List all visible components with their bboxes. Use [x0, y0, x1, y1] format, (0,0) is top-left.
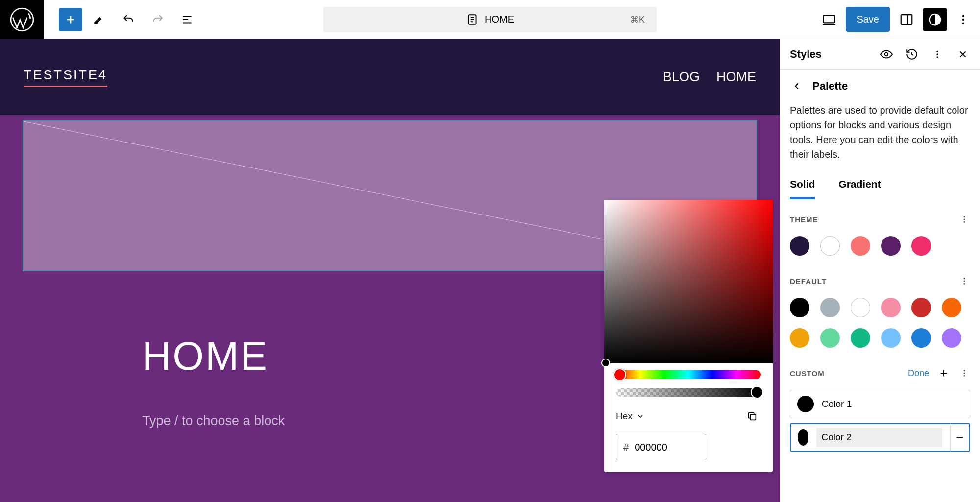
styles-sidebar: Styles Palette Palettes are used to prov…	[780, 39, 980, 502]
svg-point-16	[964, 221, 965, 223]
default-swatch[interactable]	[942, 328, 961, 348]
document-overview-button[interactable]	[175, 8, 199, 31]
svg-point-5	[962, 15, 964, 17]
panel-description: Palettes are used to provide default col…	[780, 103, 980, 171]
chevron-down-icon	[637, 412, 644, 420]
nav-item-blog[interactable]: BLOG	[663, 70, 700, 85]
stylebook-button[interactable]	[879, 47, 894, 62]
editor-canvas[interactable]: TESTSITE4 BLOG HOME HOME Type / to choos…	[0, 39, 780, 502]
alpha-slider[interactable]	[616, 388, 761, 397]
page-heading[interactable]: HOME	[142, 333, 285, 379]
top-toolbar: HOME ⌘K Save	[0, 0, 980, 39]
hue-thumb[interactable]	[613, 368, 626, 381]
copy-color-button[interactable]	[743, 407, 761, 425]
wordpress-logo[interactable]	[0, 0, 44, 39]
default-swatch[interactable]	[790, 328, 809, 348]
svg-point-20	[964, 370, 965, 371]
panel-crumb: Palette	[812, 80, 848, 93]
svg-rect-2	[824, 15, 835, 23]
svg-rect-3	[901, 15, 912, 24]
back-button[interactable]	[790, 79, 804, 93]
sidebar-title: Styles	[790, 48, 822, 61]
custom-color-row[interactable]	[790, 423, 970, 452]
svg-point-7	[962, 22, 964, 24]
default-swatch[interactable]	[851, 328, 870, 348]
default-swatch[interactable]	[820, 298, 840, 317]
palette-tabs: Solid Gradient	[780, 171, 980, 200]
add-block-button[interactable]	[59, 8, 82, 31]
theme-swatch[interactable]	[911, 236, 931, 256]
color-saturation-field[interactable]	[604, 200, 773, 363]
hex-input-wrapper: #	[616, 434, 706, 460]
site-navigation: BLOG HOME	[663, 70, 756, 85]
default-swatch[interactable]	[790, 298, 809, 317]
hex-input[interactable]	[635, 442, 684, 453]
nav-item-home[interactable]: HOME	[716, 70, 756, 85]
document-title: HOME	[485, 14, 514, 25]
color-picker-popover: Hex #	[604, 200, 773, 472]
section-theme-label: THEME	[790, 215, 818, 224]
section-custom-label: CUSTOM	[790, 369, 825, 378]
theme-swatch[interactable]	[851, 236, 870, 256]
custom-done-button[interactable]: Done	[908, 368, 929, 379]
custom-swatch[interactable]	[797, 396, 814, 412]
svg-point-12	[936, 53, 938, 55]
svg-point-22	[964, 375, 965, 377]
color-format-select[interactable]: Hex	[616, 411, 644, 422]
hex-hash: #	[623, 442, 629, 453]
custom-more-menu[interactable]	[958, 367, 970, 379]
default-swatch[interactable]	[881, 328, 901, 348]
svg-point-10	[885, 52, 888, 56]
svg-point-13	[936, 56, 938, 58]
custom-color-row[interactable]: Color 1	[790, 390, 970, 418]
svg-point-15	[964, 219, 965, 220]
view-desktop-button[interactable]	[817, 8, 841, 31]
theme-swatch[interactable]	[790, 236, 809, 256]
svg-point-6	[962, 18, 964, 20]
remove-custom-color-button[interactable]	[950, 424, 969, 451]
default-swatch[interactable]	[820, 328, 840, 348]
theme-more-menu[interactable]	[958, 214, 970, 225]
save-button[interactable]: Save	[846, 7, 890, 32]
svg-point-14	[964, 216, 965, 217]
tab-solid[interactable]: Solid	[790, 171, 815, 199]
custom-color-name: Color 1	[822, 399, 852, 409]
svg-rect-9	[750, 414, 756, 420]
tab-gradient[interactable]: Gradient	[838, 171, 881, 199]
color-field-thumb[interactable]	[601, 359, 610, 367]
more-menu-button[interactable]	[952, 8, 975, 31]
svg-point-18	[964, 281, 965, 282]
redo-button[interactable]	[146, 8, 170, 31]
svg-point-19	[964, 283, 965, 285]
site-header: TESTSITE4 BLOG HOME	[0, 39, 780, 115]
section-default-label: DEFAULT	[790, 277, 827, 286]
default-swatch[interactable]	[942, 298, 961, 317]
undo-button[interactable]	[117, 8, 140, 31]
edit-mode-button[interactable]	[87, 8, 111, 31]
custom-color-name-input[interactable]	[816, 428, 942, 447]
custom-swatch[interactable]	[798, 429, 808, 446]
styles-panel-toggle[interactable]	[923, 8, 947, 31]
site-title[interactable]: TESTSITE4	[24, 68, 107, 87]
alpha-thumb[interactable]	[751, 386, 763, 399]
command-palette-shortcut: ⌘K	[630, 14, 645, 25]
theme-swatch[interactable]	[881, 236, 901, 256]
svg-point-17	[964, 278, 965, 279]
styles-more-menu[interactable]	[930, 47, 945, 62]
default-swatch[interactable]	[911, 328, 931, 348]
default-swatch[interactable]	[911, 298, 931, 317]
revisions-button[interactable]	[905, 47, 919, 62]
document-bar[interactable]: HOME ⌘K	[323, 7, 657, 32]
svg-point-11	[936, 50, 938, 52]
default-swatch[interactable]	[851, 298, 870, 317]
hue-slider[interactable]	[616, 370, 761, 379]
default-more-menu[interactable]	[958, 275, 970, 287]
add-custom-color-button[interactable]	[938, 367, 950, 379]
default-swatch[interactable]	[881, 298, 901, 317]
page-icon	[466, 13, 479, 26]
svg-point-21	[964, 373, 965, 374]
close-sidebar-button[interactable]	[956, 47, 970, 62]
settings-panel-toggle[interactable]	[895, 8, 918, 31]
block-appender-prompt[interactable]: Type / to choose a block	[142, 413, 285, 429]
theme-swatch[interactable]	[820, 236, 840, 256]
